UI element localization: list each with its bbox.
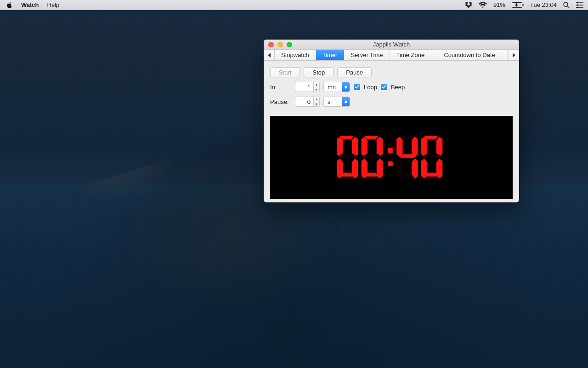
timer-controls: Start Stop Pause In: ▲▼ mn Loop Beep	[264, 61, 519, 116]
tab-scroll-left[interactable]	[264, 50, 275, 60]
loop-label: Loop	[364, 84, 377, 91]
timer-display	[270, 116, 513, 199]
notification-center-icon[interactable]	[576, 2, 583, 8]
in-value-field[interactable]: ▲▼	[295, 82, 320, 92]
window-titlebar[interactable]: Japplis Watch	[264, 40, 519, 50]
svg-point-9	[577, 6, 578, 8]
tab-stopwatch[interactable]: Stopwatch	[275, 50, 316, 60]
wifi-icon[interactable]	[479, 2, 487, 8]
pause-value-stepper[interactable]: ▲▼	[313, 97, 320, 107]
tab-server-time[interactable]: Server Time	[344, 50, 390, 60]
window-close-button[interactable]	[268, 42, 274, 47]
japplis-watch-window: Japplis Watch Stopwatch Timer Server Tim…	[264, 40, 519, 202]
beep-label: Beep	[391, 84, 405, 91]
tab-scroll-right[interactable]	[508, 50, 519, 60]
pause-label: Pause:	[270, 98, 291, 105]
loop-checkbox[interactable]	[354, 84, 360, 90]
battery-charging-icon[interactable]	[512, 2, 524, 8]
battery-percent: 91%	[493, 1, 505, 8]
app-name-menu[interactable]: Watch	[21, 1, 39, 8]
menubar-clock[interactable]: Tue 23:04	[530, 1, 557, 8]
menu-bar: Watch Help 91% Tue 23:04	[0, 0, 588, 10]
tab-time-zone[interactable]: Time Zone	[390, 50, 432, 60]
in-unit-select[interactable]: mn	[323, 82, 350, 92]
svg-point-2	[564, 2, 568, 6]
select-caret-icon	[342, 97, 350, 106]
svg-rect-1	[522, 4, 523, 6]
select-caret-icon	[342, 82, 350, 92]
apple-menu-icon[interactable]	[6, 2, 13, 8]
in-value-stepper[interactable]: ▲▼	[313, 82, 320, 92]
beep-checkbox[interactable]	[381, 84, 387, 90]
svg-point-7	[577, 2, 578, 4]
in-label: In:	[270, 84, 291, 91]
dropbox-icon[interactable]	[465, 2, 472, 8]
window-minimize-button[interactable]	[277, 42, 283, 47]
pause-button[interactable]: Pause	[337, 67, 372, 77]
pause-unit-value: s	[324, 98, 342, 105]
tab-timer[interactable]: Timer	[316, 50, 345, 60]
window-title: Japplis Watch	[264, 41, 519, 48]
window-zoom-button[interactable]	[287, 42, 292, 47]
svg-rect-11	[388, 161, 393, 166]
in-value-input[interactable]	[295, 82, 313, 92]
stop-button[interactable]: Stop	[304, 67, 334, 77]
svg-rect-10	[388, 148, 393, 152]
tab-countdown-to-date[interactable]: Countdown to Date	[431, 50, 508, 60]
pause-value-field[interactable]: ▲▼	[295, 97, 320, 107]
led-time-readout	[337, 136, 446, 179]
svg-line-3	[567, 6, 569, 8]
svg-point-8	[577, 4, 578, 6]
spotlight-icon[interactable]	[563, 2, 570, 8]
in-unit-value: mn	[324, 84, 342, 91]
pause-unit-select[interactable]: s	[323, 97, 350, 107]
help-menu[interactable]: Help	[47, 1, 60, 8]
pause-value-input[interactable]	[295, 97, 313, 107]
start-button[interactable]: Start	[270, 67, 300, 77]
tab-bar: Stopwatch Timer Server Time Time Zone Co…	[264, 50, 519, 61]
